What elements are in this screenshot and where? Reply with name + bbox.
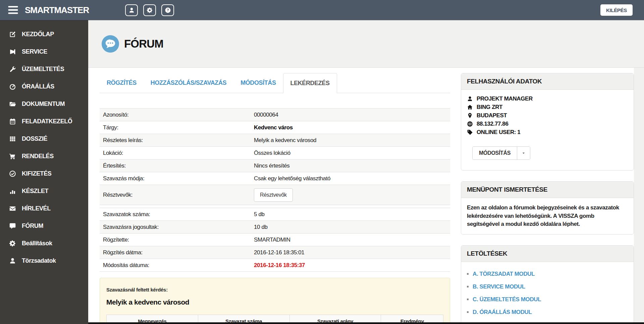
modify-button[interactable]: MÓDOSÍTÁS [473, 147, 517, 159]
help-button[interactable]: ? [161, 4, 174, 16]
sidebar-item-hirlevel[interactable]: HÍRLEVÉL [0, 200, 88, 217]
sidebar-item-beallitasok[interactable]: Beállítások [0, 235, 88, 252]
table-row: Szavazásra jogosultak: 10 db [100, 221, 450, 234]
tab-lekerdezes[interactable]: LEKÉRDEZÉS [283, 73, 337, 93]
sidebar-item-label: Beállítások [22, 240, 52, 247]
table-row: Tárgy: Kedvenc város [100, 121, 450, 134]
sidebar-item-torzsadatok[interactable]: Törzsadatok [0, 252, 88, 269]
poll-question-panel: Szavazásnál feltett kérdés: Melyik a ked… [100, 278, 450, 324]
download-link-label[interactable]: B. SERVICE MODUL [473, 283, 525, 290]
row-value: Nincs értesítés [250, 160, 450, 172]
sidebar-item-label: Törzsadatok [22, 257, 56, 264]
download-link-oraallas[interactable]: D. ÓRAÁLLÁS MODUL [467, 306, 628, 319]
table-row: Szavazatok száma: 5 db [100, 208, 450, 221]
bullet-icon [467, 286, 469, 287]
sidebar-item-label: DOKUMENTUM [22, 101, 65, 108]
table-row: Rögzítés dátma: 2016-12-16 18:35:01 [100, 246, 450, 259]
download-link-torzsadat[interactable]: A. TÖRZSADAT MODUL [467, 268, 628, 280]
settings-button[interactable] [143, 4, 156, 16]
home-icon [467, 104, 473, 110]
tab-hozzaszolas-szavazas[interactable]: HOZZÁSZÓLÁS/SZAVAZÁS [144, 73, 233, 93]
table-row: Értesítés: Nincs értesítés [100, 159, 450, 172]
modified-date-value: 2016-12-16 18:35:37 [250, 260, 450, 271]
user-role-line: PROJEKT MANAGER [467, 95, 628, 102]
row-value: Összes lokáció [250, 147, 450, 159]
tags-icon [467, 129, 473, 135]
sidebar-item-label: KEZDŐLAP [22, 31, 54, 38]
row-label: Szavazatok száma: [100, 209, 250, 220]
sidebar-item-kezdolap[interactable]: KEZDŐLAP [0, 25, 88, 43]
profile-button[interactable] [125, 4, 138, 16]
forum-details-table: Azonosító: 00000064 Tárgy: Kedvenc város… [100, 108, 450, 205]
modify-dropdown-toggle[interactable] [517, 147, 530, 159]
sidebar-item-feladatkezelo[interactable]: FELADATKEZELŐ [0, 113, 88, 130]
online-users-line: ONLINE USER: 1 [467, 129, 628, 136]
sidebar-item-uzemeltetes[interactable]: ÜZEMELTETÉS [0, 60, 88, 78]
download-link-uzemeltetes[interactable]: C. ÜZEMELTETÉS MODUL [467, 293, 628, 306]
page-header: FÓRUM [88, 20, 644, 68]
user-company: BING ZRT [477, 104, 502, 111]
bullhorn-icon [9, 48, 16, 55]
table-row: Résztvevők: Résztvevők [100, 185, 450, 205]
sidebar-item-oraallas[interactable]: ÓRAÁLLÁS [0, 78, 88, 95]
question-icon: ? [165, 7, 171, 13]
row-label: Tárgy: [100, 122, 250, 133]
download-link-label[interactable]: C. ÜZEMELTETÉS MODUL [473, 296, 541, 303]
row-label: Rögzítés dátma: [100, 247, 250, 258]
sidebar-item-keszlet[interactable]: KÉSZLET [0, 182, 88, 200]
logout-button[interactable]: KILÉPÉS [600, 4, 633, 16]
sidebar-item-dokumentum[interactable]: DOKUMENTUM [0, 95, 88, 113]
sidebar-item-label: SERVICE [22, 48, 47, 55]
bullet-icon [467, 311, 469, 313]
participants-button[interactable]: Résztvevők [254, 188, 293, 202]
poll-question: Melyik a kedvenc városod [106, 298, 443, 306]
user-icon [9, 257, 16, 264]
downloads-panel-title: LETÖLTÉSEK [461, 246, 634, 262]
globe-icon [467, 121, 473, 127]
check-circle-icon [9, 170, 16, 177]
sidebar-item-label: HÍRLEVÉL [22, 205, 51, 212]
map-marker-icon [467, 113, 473, 119]
row-label: Szavazásra jogosultak: [100, 221, 250, 233]
row-value: Melyik a kedvenc városod [250, 135, 450, 146]
tab-bar: RÖGZÍTÉS HOZZÁSZÓLÁS/SZAVAZÁS MÓDOSÍTÁS … [100, 73, 450, 93]
sidebar-item-label: ÜZEMELTETÉS [22, 66, 64, 73]
row-value: 10 db [250, 221, 450, 233]
row-label: Rögzítette: [100, 234, 250, 246]
row-label: Lokáció: [100, 147, 250, 159]
row-value: 00000064 [250, 109, 450, 121]
download-link-service[interactable]: B. SERVICE MODUL [467, 280, 628, 293]
sidebar-item-rendeles[interactable]: RENDELÉS [0, 147, 88, 165]
row-value: 5 db [250, 209, 450, 220]
caret-down-icon [521, 151, 526, 155]
calendar-icon [9, 118, 16, 125]
user-city: BUDAPEST [477, 112, 507, 119]
sidebar-item-kifizetes[interactable]: KIFIZETÉS [0, 165, 88, 182]
sidebar-item-dosszie[interactable]: DOSSZIÉ [0, 130, 88, 147]
gauge-icon [9, 83, 16, 90]
sidebar-item-service[interactable]: SERVICE [0, 43, 88, 60]
tab-modositas[interactable]: MÓDOSÍTÁS [233, 73, 283, 93]
svg-text:?: ? [167, 8, 169, 12]
hamburger-menu-icon[interactable] [8, 6, 18, 14]
folder-icon [9, 101, 16, 108]
sidebar-item-forum[interactable]: FÓRUM [0, 217, 88, 235]
tab-rogzites[interactable]: RÖGZÍTÉS [100, 73, 144, 93]
row-label: Értesítés: [100, 160, 250, 172]
user-city-line: BUDAPEST [467, 112, 628, 119]
forum-chat-icon [102, 35, 119, 53]
table-row: Lokáció: Összes lokáció [100, 147, 450, 159]
top-bar: SMARTMASTER ? KILÉPÉS [0, 0, 644, 20]
table-row: Részletes leírás: Melyik a kedvenc város… [100, 134, 450, 147]
download-link-label[interactable]: D. ÓRAÁLLÁS MODUL [473, 309, 532, 316]
table-row: Rögzítette: SMARTADMIN [100, 234, 450, 246]
page-title: FÓRUM [124, 38, 163, 50]
topbar-buttons: ? [125, 4, 174, 16]
user-icon [128, 7, 135, 13]
download-link-label[interactable]: A. TÖRZSADAT MODUL [473, 271, 535, 277]
envelope-icon [9, 205, 16, 212]
row-label: Szavazás módja: [100, 173, 250, 184]
gear-icon [9, 240, 16, 247]
user-role: PROJEKT MANAGER [477, 95, 533, 102]
menu-info-panel: MENÜPONT ISMERTETÉSE Ezen az oldalon a f… [461, 181, 634, 235]
